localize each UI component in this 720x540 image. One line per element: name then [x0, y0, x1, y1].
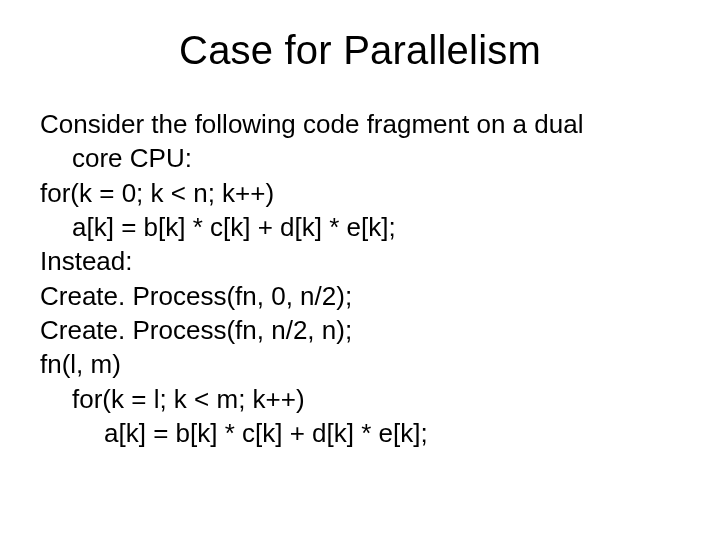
body-line: Create. Process(fn, 0, n/2); — [40, 279, 680, 313]
body-line: core CPU: — [40, 141, 680, 175]
body-line: Instead: — [40, 244, 680, 278]
slide-title: Case for Parallelism — [40, 28, 680, 73]
slide: Case for Parallelism Consider the follow… — [0, 0, 720, 540]
body-line: a[k] = b[k] * c[k] + d[k] * e[k]; — [40, 210, 680, 244]
body-line: a[k] = b[k] * c[k] + d[k] * e[k]; — [40, 416, 680, 450]
body-line: for(k = 0; k < n; k++) — [40, 176, 680, 210]
body-line: Consider the following code fragment on … — [40, 107, 680, 141]
slide-body: Consider the following code fragment on … — [40, 107, 680, 450]
body-line: fn(l, m) — [40, 347, 680, 381]
body-line: for(k = l; k < m; k++) — [40, 382, 680, 416]
body-line: Create. Process(fn, n/2, n); — [40, 313, 680, 347]
